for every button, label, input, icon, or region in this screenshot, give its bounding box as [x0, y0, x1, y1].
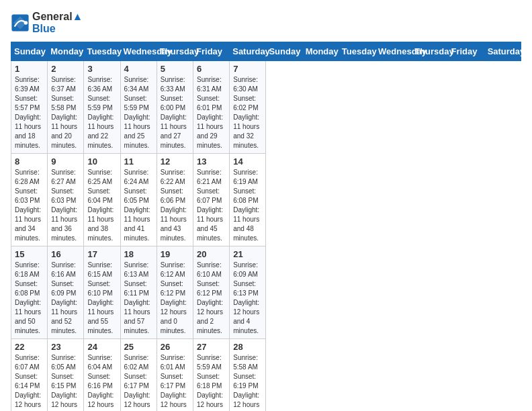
day-cell: 7Sunrise: 6:30 AM Sunset: 6:02 PM Daylig… — [230, 61, 266, 154]
day-cell: 12Sunrise: 6:22 AM Sunset: 6:06 PM Dayli… — [157, 154, 193, 246]
day-number: 22 — [15, 342, 44, 352]
day-cell: 11Sunrise: 6:24 AM Sunset: 6:05 PM Dayli… — [120, 154, 157, 246]
day-number: 16 — [51, 249, 80, 259]
day-number: 25 — [124, 342, 153, 352]
svg-point-2 — [24, 21, 28, 25]
day-info: Sunrise: 6:30 AM Sunset: 6:02 PM Dayligh… — [233, 75, 262, 150]
day-info: Sunrise: 6:31 AM Sunset: 6:01 PM Dayligh… — [197, 75, 226, 150]
day-info: Sunrise: 6:07 AM Sunset: 6:14 PM Dayligh… — [15, 353, 44, 411]
col-header-thursday: Thursday — [157, 42, 193, 61]
day-cell: 26Sunrise: 6:01 AM Sunset: 6:17 PM Dayli… — [157, 339, 193, 412]
day-info: Sunrise: 6:28 AM Sunset: 6:03 PM Dayligh… — [15, 168, 44, 243]
col-header-tuesday: Tuesday — [84, 42, 120, 61]
day-number: 13 — [197, 156, 226, 167]
logo-text: General▲ Blue — [32, 11, 83, 35]
day-number: 2 — [51, 64, 80, 74]
day-cell: 15Sunrise: 6:18 AM Sunset: 6:08 PM Dayli… — [11, 246, 48, 339]
week-row-4: 22Sunrise: 6:07 AM Sunset: 6:14 PM Dayli… — [11, 339, 521, 412]
day-number: 15 — [15, 249, 44, 259]
day-cell: 8Sunrise: 6:28 AM Sunset: 6:03 PM Daylig… — [11, 154, 48, 246]
day-number: 11 — [124, 156, 153, 167]
col-header-tuesday: Tuesday — [339, 42, 375, 61]
logo: General▲ Blue — [11, 11, 83, 35]
day-info: Sunrise: 6:19 AM Sunset: 6:08 PM Dayligh… — [233, 168, 262, 243]
day-cell: 28Sunrise: 5:58 AM Sunset: 6:19 PM Dayli… — [230, 339, 266, 412]
day-number: 1 — [15, 64, 44, 74]
day-cell: 13Sunrise: 6:21 AM Sunset: 6:07 PM Dayli… — [193, 154, 230, 246]
day-cell: 14Sunrise: 6:19 AM Sunset: 6:08 PM Dayli… — [230, 154, 266, 246]
col-header-saturday: Saturday — [484, 42, 521, 61]
week-row-1: 1Sunrise: 6:39 AM Sunset: 5:57 PM Daylig… — [11, 61, 521, 154]
day-number: 8 — [15, 156, 44, 167]
day-cell: 4Sunrise: 6:34 AM Sunset: 5:59 PM Daylig… — [120, 61, 157, 154]
day-info: Sunrise: 6:10 AM Sunset: 6:12 PM Dayligh… — [197, 261, 226, 336]
day-cell: 5Sunrise: 6:33 AM Sunset: 6:00 PM Daylig… — [157, 61, 193, 154]
day-number: 9 — [51, 156, 80, 167]
day-number: 18 — [124, 249, 153, 259]
day-info: Sunrise: 6:27 AM Sunset: 6:03 PM Dayligh… — [51, 168, 80, 243]
day-info: Sunrise: 5:59 AM Sunset: 6:18 PM Dayligh… — [197, 353, 226, 411]
day-info: Sunrise: 6:18 AM Sunset: 6:08 PM Dayligh… — [15, 261, 44, 336]
page-header: General▲ Blue — [11, 11, 521, 35]
day-number: 21 — [233, 249, 262, 259]
day-info: Sunrise: 6:12 AM Sunset: 6:12 PM Dayligh… — [161, 261, 189, 336]
day-cell: 19Sunrise: 6:12 AM Sunset: 6:12 PM Dayli… — [157, 246, 193, 339]
day-cell: 27Sunrise: 5:59 AM Sunset: 6:18 PM Dayli… — [193, 339, 230, 412]
day-number: 6 — [197, 64, 226, 74]
day-info: Sunrise: 6:05 AM Sunset: 6:15 PM Dayligh… — [51, 353, 80, 411]
day-cell: 22Sunrise: 6:07 AM Sunset: 6:14 PM Dayli… — [11, 339, 48, 412]
day-cell: 25Sunrise: 6:02 AM Sunset: 6:17 PM Dayli… — [120, 339, 157, 412]
day-number: 27 — [197, 342, 226, 352]
col-header-monday: Monday — [48, 42, 84, 61]
day-info: Sunrise: 6:36 AM Sunset: 5:59 PM Dayligh… — [87, 75, 116, 150]
day-cell: 16Sunrise: 6:16 AM Sunset: 6:09 PM Dayli… — [48, 246, 84, 339]
col-header-friday: Friday — [448, 42, 484, 61]
day-info: Sunrise: 6:33 AM Sunset: 6:00 PM Dayligh… — [161, 75, 189, 150]
day-cell: 2Sunrise: 6:37 AM Sunset: 5:58 PM Daylig… — [48, 61, 84, 154]
day-info: Sunrise: 6:34 AM Sunset: 5:59 PM Dayligh… — [124, 75, 153, 150]
day-number: 10 — [87, 156, 116, 167]
day-cell: 9Sunrise: 6:27 AM Sunset: 6:03 PM Daylig… — [48, 154, 84, 246]
day-cell: 1Sunrise: 6:39 AM Sunset: 5:57 PM Daylig… — [11, 61, 48, 154]
day-info: Sunrise: 6:37 AM Sunset: 5:58 PM Dayligh… — [51, 75, 80, 150]
calendar-header-row: SundayMondayTuesdayWednesdayThursdayFrid… — [11, 42, 521, 61]
col-header-sunday: Sunday — [266, 42, 302, 61]
day-number: 26 — [161, 342, 189, 352]
day-cell: 10Sunrise: 6:25 AM Sunset: 6:04 PM Dayli… — [84, 154, 120, 246]
day-info: Sunrise: 6:15 AM Sunset: 6:10 PM Dayligh… — [87, 261, 116, 336]
day-info: Sunrise: 6:09 AM Sunset: 6:13 PM Dayligh… — [233, 261, 262, 336]
day-cell: 23Sunrise: 6:05 AM Sunset: 6:15 PM Dayli… — [48, 339, 84, 412]
day-info: Sunrise: 6:39 AM Sunset: 5:57 PM Dayligh… — [15, 75, 44, 150]
day-cell: 3Sunrise: 6:36 AM Sunset: 5:59 PM Daylig… — [84, 61, 120, 154]
day-info: Sunrise: 6:16 AM Sunset: 6:09 PM Dayligh… — [51, 261, 80, 336]
day-number: 19 — [161, 249, 189, 259]
day-cell: 6Sunrise: 6:31 AM Sunset: 6:01 PM Daylig… — [193, 61, 230, 154]
day-info: Sunrise: 6:01 AM Sunset: 6:17 PM Dayligh… — [161, 353, 189, 411]
col-header-thursday: Thursday — [412, 42, 448, 61]
day-cell: 21Sunrise: 6:09 AM Sunset: 6:13 PM Dayli… — [230, 246, 266, 339]
day-info: Sunrise: 5:58 AM Sunset: 6:19 PM Dayligh… — [233, 353, 262, 411]
day-info: Sunrise: 6:24 AM Sunset: 6:05 PM Dayligh… — [124, 168, 153, 243]
col-header-monday: Monday — [302, 42, 339, 61]
day-cell: 18Sunrise: 6:13 AM Sunset: 6:11 PM Dayli… — [120, 246, 157, 339]
week-row-2: 8Sunrise: 6:28 AM Sunset: 6:03 PM Daylig… — [11, 154, 521, 246]
day-number: 14 — [233, 156, 262, 167]
day-number: 20 — [197, 249, 226, 259]
day-info: Sunrise: 6:13 AM Sunset: 6:11 PM Dayligh… — [124, 261, 153, 336]
day-info: Sunrise: 6:21 AM Sunset: 6:07 PM Dayligh… — [197, 168, 226, 243]
col-header-wednesday: Wednesday — [120, 42, 157, 61]
col-header-saturday: Saturday — [230, 42, 266, 61]
col-header-wednesday: Wednesday — [375, 42, 412, 61]
day-number: 28 — [233, 342, 262, 352]
day-info: Sunrise: 6:25 AM Sunset: 6:04 PM Dayligh… — [87, 168, 116, 243]
day-number: 7 — [233, 64, 262, 74]
day-info: Sunrise: 6:02 AM Sunset: 6:17 PM Dayligh… — [124, 353, 153, 411]
day-number: 12 — [161, 156, 189, 167]
col-header-friday: Friday — [193, 42, 230, 61]
day-info: Sunrise: 6:04 AM Sunset: 6:16 PM Dayligh… — [87, 353, 116, 411]
day-number: 5 — [161, 64, 189, 74]
day-cell: 24Sunrise: 6:04 AM Sunset: 6:16 PM Dayli… — [84, 339, 120, 412]
col-header-sunday: Sunday — [11, 42, 48, 61]
calendar-table: SundayMondayTuesdayWednesdayThursdayFrid… — [11, 42, 521, 411]
day-number: 23 — [51, 342, 80, 352]
